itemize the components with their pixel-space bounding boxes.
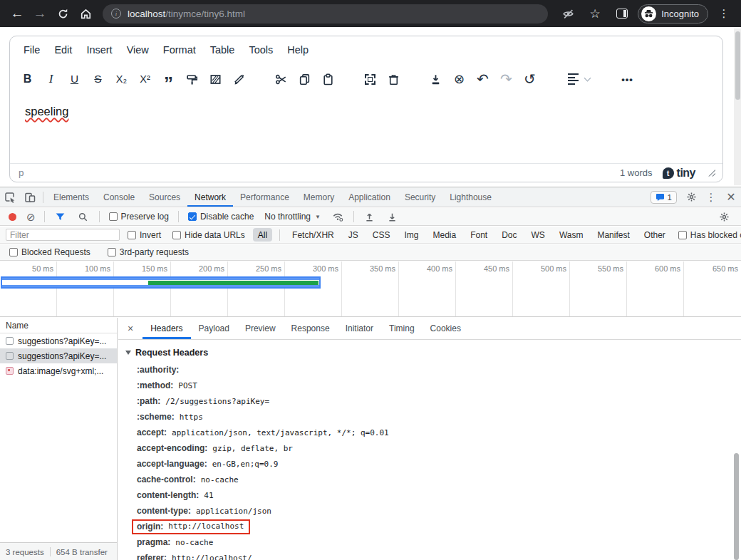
network-settings-icon[interactable] bbox=[714, 207, 734, 227]
bookmark-star-icon[interactable]: ☆ bbox=[584, 2, 606, 25]
tab-elements[interactable]: Elements bbox=[46, 187, 96, 207]
tab-network[interactable]: Network bbox=[187, 187, 233, 207]
import-har-icon[interactable] bbox=[360, 207, 380, 227]
side-panel-icon[interactable] bbox=[611, 2, 633, 25]
reload-icon[interactable] bbox=[51, 2, 74, 25]
back-icon[interactable]: ← bbox=[6, 2, 28, 25]
browser-menu-kebab-icon[interactable]: ⋮ bbox=[712, 2, 735, 25]
filter-type-wasm[interactable]: Wasm bbox=[554, 228, 589, 242]
blocked-requests-checkbox[interactable]: Blocked Requests bbox=[9, 247, 90, 257]
menu-tools[interactable]: Tools bbox=[242, 41, 280, 59]
disable-cache-checkbox[interactable]: Disable cache bbox=[188, 212, 254, 222]
network-conditions-icon[interactable] bbox=[328, 207, 348, 227]
tiny-brand[interactable]: t tiny bbox=[663, 167, 695, 180]
issues-badge[interactable]: 1 bbox=[651, 191, 677, 204]
filter-type-manifest[interactable]: Manifest bbox=[592, 228, 634, 242]
filter-type-css[interactable]: CSS bbox=[368, 228, 395, 242]
request-row-data-image[interactable]: data:image/svg+xml;... bbox=[0, 363, 117, 378]
menu-table[interactable]: Table bbox=[203, 41, 242, 59]
address-bar[interactable]: i localhost/tinymce/tiny6.html bbox=[103, 4, 548, 24]
home-icon[interactable] bbox=[74, 2, 97, 25]
editor-content[interactable]: speeling bbox=[10, 95, 722, 163]
filter-type-ws[interactable]: WS bbox=[527, 228, 550, 242]
page-scrollbar-thumb[interactable] bbox=[735, 31, 740, 100]
blockquote-button[interactable]: ” bbox=[157, 68, 180, 90]
menu-view[interactable]: View bbox=[120, 41, 156, 59]
filter-type-other[interactable]: Other bbox=[639, 228, 670, 242]
export-har-icon[interactable] bbox=[383, 207, 403, 227]
restore-draft-button[interactable]: ↺ bbox=[518, 68, 542, 90]
detail-scrollbar-thumb[interactable] bbox=[734, 453, 739, 560]
detail-tab-timing[interactable]: Timing bbox=[381, 318, 423, 339]
word-count[interactable]: 1 words bbox=[620, 167, 653, 178]
cut-button[interactable] bbox=[269, 68, 293, 90]
detail-tab-headers[interactable]: Headers bbox=[142, 318, 190, 339]
cancel-button[interactable]: ⊗ bbox=[447, 68, 471, 90]
record-button[interactable] bbox=[9, 213, 16, 221]
filter-type-media[interactable]: Media bbox=[428, 228, 461, 242]
element-path[interactable]: p bbox=[19, 167, 24, 178]
align-dropdown-button[interactable] bbox=[560, 68, 597, 90]
request-headers-section[interactable]: Request Headers bbox=[118, 346, 741, 360]
strikethrough-button[interactable]: S bbox=[86, 68, 110, 90]
misspelled-word[interactable]: speeling bbox=[25, 105, 68, 118]
undo-button[interactable]: ↶ bbox=[471, 68, 494, 90]
menu-insert[interactable]: Insert bbox=[79, 41, 119, 59]
request-row-suggestions-2[interactable]: suggestions?apiKey=... bbox=[0, 348, 117, 363]
filter-input[interactable] bbox=[6, 229, 120, 241]
search-icon[interactable] bbox=[73, 207, 93, 227]
tab-lighthouse[interactable]: Lighthouse bbox=[442, 187, 499, 207]
bold-button[interactable]: B bbox=[16, 68, 39, 90]
underline-button[interactable]: U bbox=[63, 68, 86, 90]
menu-file[interactable]: File bbox=[16, 41, 47, 59]
request-row-suggestions-1[interactable]: suggestions?apiKey=... bbox=[0, 333, 117, 348]
network-overview-timeline[interactable]: 50 ms 100 ms 150 ms 200 ms 250 ms 300 ms… bbox=[0, 261, 741, 317]
filter-type-doc[interactable]: Doc bbox=[497, 228, 522, 242]
detail-scrollbar[interactable] bbox=[733, 346, 740, 559]
filter-type-fetchxhr[interactable]: Fetch/XHR bbox=[287, 228, 339, 242]
devtools-menu-kebab-icon[interactable]: ⋮ bbox=[701, 187, 721, 207]
delete-button[interactable] bbox=[382, 68, 405, 90]
filter-type-img[interactable]: Img bbox=[399, 228, 423, 242]
paint-roller-button[interactable] bbox=[180, 68, 204, 90]
checkbox-unchecked[interactable] bbox=[109, 212, 118, 221]
tab-memory[interactable]: Memory bbox=[296, 187, 341, 207]
preserve-log-checkbox[interactable]: Preserve log bbox=[109, 212, 169, 222]
checkbox-unchecked[interactable] bbox=[128, 231, 136, 239]
paste-button[interactable] bbox=[316, 68, 340, 90]
checkbox-checked[interactable] bbox=[188, 212, 197, 221]
more-toolbar-button[interactable]: ••• bbox=[616, 68, 639, 90]
request-list-header[interactable]: Name bbox=[0, 318, 117, 333]
hide-data-urls-checkbox[interactable]: Hide data URLs bbox=[172, 230, 245, 240]
checkbox-unchecked[interactable] bbox=[9, 248, 18, 256]
menu-edit[interactable]: Edit bbox=[47, 41, 79, 59]
select-all-button[interactable] bbox=[358, 68, 382, 90]
throttling-dropdown[interactable]: No throttling ▼ bbox=[264, 212, 321, 222]
clear-network-log-icon[interactable]: ⊘ bbox=[26, 212, 36, 222]
tab-sources[interactable]: Sources bbox=[142, 187, 187, 207]
menu-help[interactable]: Help bbox=[280, 41, 316, 59]
detail-tab-cookies[interactable]: Cookies bbox=[423, 318, 469, 339]
subscript-button[interactable]: X₂ bbox=[110, 68, 133, 90]
superscript-button[interactable]: X² bbox=[133, 68, 157, 90]
tab-security[interactable]: Security bbox=[398, 187, 442, 207]
filter-type-all[interactable]: All bbox=[253, 228, 272, 242]
invert-checkbox[interactable]: Invert bbox=[128, 230, 161, 240]
detail-tab-response[interactable]: Response bbox=[284, 318, 338, 339]
filter-type-font[interactable]: Font bbox=[465, 228, 492, 242]
filter-funnel-icon[interactable] bbox=[51, 207, 71, 227]
device-toolbar-icon[interactable] bbox=[20, 187, 40, 207]
third-party-requests-checkbox[interactable]: 3rd-party requests bbox=[108, 247, 189, 257]
checkbox-unchecked[interactable] bbox=[108, 248, 116, 256]
copy-button[interactable] bbox=[293, 68, 316, 90]
devtools-settings-icon[interactable] bbox=[681, 187, 701, 207]
tab-performance[interactable]: Performance bbox=[233, 187, 296, 207]
checkbox-unchecked[interactable] bbox=[678, 231, 687, 239]
detail-tab-payload[interactable]: Payload bbox=[191, 318, 237, 339]
page-scrollbar[interactable] bbox=[734, 28, 741, 185]
menu-format[interactable]: Format bbox=[156, 41, 203, 59]
detail-tab-initiator[interactable]: Initiator bbox=[338, 318, 381, 339]
devtools-close-icon[interactable]: ✕ bbox=[721, 187, 741, 207]
resize-handle[interactable] bbox=[708, 170, 715, 177]
detail-tab-preview[interactable]: Preview bbox=[237, 318, 284, 339]
